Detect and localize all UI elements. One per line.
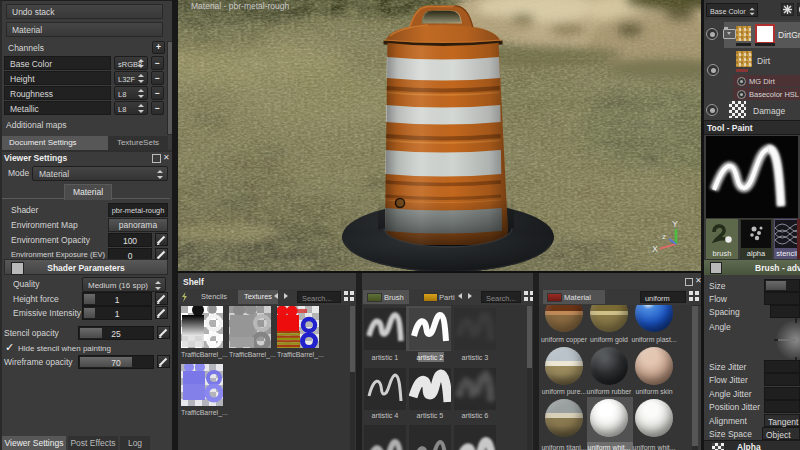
svg-text:Material - pbr-metal-rough: Material - pbr-metal-rough [191,1,290,11]
svg-text:Y: Y [672,219,678,229]
svg-text:X: X [652,244,658,254]
svg-text:z: z [662,232,666,241]
